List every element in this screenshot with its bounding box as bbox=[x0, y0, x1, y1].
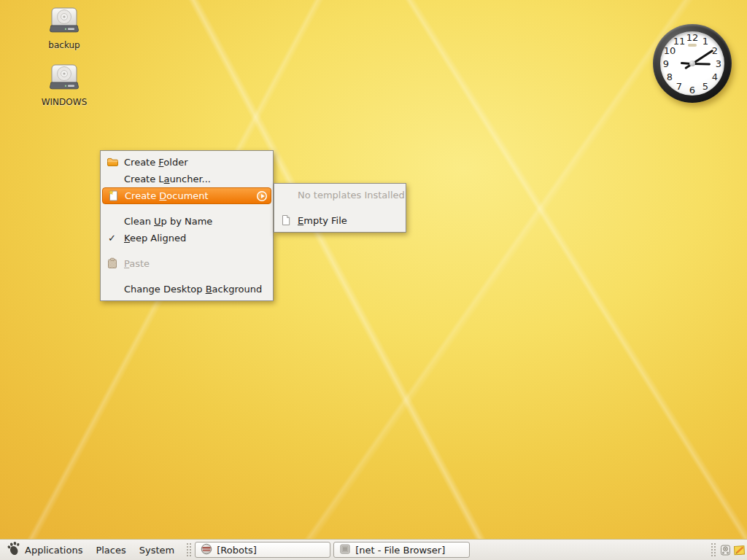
menu-item-label: Paste bbox=[124, 258, 150, 269]
desktop-icon-label: backup bbox=[34, 40, 95, 50]
taskbar-button-label: [net - File Browser] bbox=[355, 545, 445, 556]
hard-drive-icon bbox=[48, 7, 80, 38]
clock-number: 8 bbox=[667, 71, 673, 82]
menu-item-create-launcher[interactable]: Create Launcher... bbox=[101, 171, 273, 187]
clock-number: 1 bbox=[703, 36, 708, 47]
document-icon bbox=[280, 214, 292, 226]
clock-number: 7 bbox=[676, 81, 682, 92]
clock-number: 12 bbox=[686, 32, 699, 43]
menu-separator bbox=[274, 203, 406, 212]
menu-item-label: No templates Installed bbox=[298, 190, 405, 201]
menu-separator bbox=[101, 246, 273, 255]
applications-menu[interactable]: Applications bbox=[0, 540, 89, 560]
menu-item-no-templates: No templates Installed bbox=[274, 187, 406, 203]
new-document-icon bbox=[107, 190, 119, 201]
clock-number: 10 bbox=[664, 45, 676, 56]
analog-clock-widget[interactable]: 12 1 2 3 4 5 6 7 8 9 10 11 bbox=[653, 24, 732, 103]
applications-menu-label: Applications bbox=[25, 545, 82, 556]
menu-item-label: Clean Up by Name bbox=[124, 216, 212, 227]
menu-item-label: Create Folder bbox=[124, 157, 188, 168]
system-menu[interactable]: System bbox=[133, 540, 181, 560]
desktop-context-menu: Create Folder Create Launcher... Create … bbox=[100, 150, 274, 301]
menu-separator bbox=[101, 272, 273, 281]
sticky-notes-icon[interactable] bbox=[733, 544, 746, 556]
menu-item-label: Create Document bbox=[125, 190, 209, 201]
folder-icon bbox=[107, 156, 118, 168]
clock-number: 9 bbox=[663, 58, 669, 69]
menu-item-create-folder[interactable]: Create Folder bbox=[101, 154, 273, 171]
taskbar-button-file-browser[interactable]: [net - File Browser] bbox=[333, 542, 470, 558]
taskbar-button-label: [Robots] bbox=[217, 545, 257, 556]
menu-item-change-desktop-background[interactable]: Change Desktop Background bbox=[101, 281, 273, 298]
desktop-icon-backup[interactable]: backup bbox=[34, 7, 95, 50]
clock-number: 11 bbox=[673, 36, 686, 47]
bottom-panel: Applications Places System [Robots] bbox=[0, 539, 747, 560]
menu-item-clean-up-by-name[interactable]: Clean Up by Name bbox=[101, 213, 273, 230]
system-menu-label: System bbox=[139, 545, 174, 556]
submenu-arrow-icon bbox=[257, 191, 267, 201]
gnome-foot-icon bbox=[7, 542, 20, 558]
create-document-submenu: No templates Installed Empty File bbox=[274, 183, 406, 233]
paste-icon bbox=[107, 257, 118, 269]
desktop-icon-label: WINDOWS bbox=[34, 97, 95, 107]
tray-drag-handle[interactable] bbox=[710, 542, 716, 558]
menu-item-label: Empty File bbox=[298, 215, 347, 226]
desktop-icon-windows[interactable]: WINDOWS bbox=[34, 64, 95, 107]
panel-drag-handle[interactable] bbox=[185, 542, 191, 558]
checkmark-icon: ✓ bbox=[108, 230, 116, 246]
file-browser-icon bbox=[339, 543, 351, 557]
robots-icon bbox=[201, 543, 212, 557]
clock-logo bbox=[688, 44, 697, 47]
clock-number: 3 bbox=[716, 58, 721, 69]
menu-item-empty-file[interactable]: Empty File bbox=[274, 212, 406, 229]
hard-drive-icon bbox=[48, 64, 80, 95]
notification-area bbox=[708, 542, 747, 558]
taskbar-button-robots[interactable]: [Robots] bbox=[195, 542, 330, 558]
clock-number: 6 bbox=[689, 85, 695, 96]
clock-center-cap bbox=[689, 61, 695, 66]
volume-icon[interactable] bbox=[719, 544, 732, 556]
places-menu[interactable]: Places bbox=[89, 540, 132, 560]
clock-face: 12 1 2 3 4 5 6 7 8 9 10 11 bbox=[660, 31, 724, 96]
menu-item-label: Create Launcher... bbox=[124, 174, 211, 184]
clock-number: 4 bbox=[712, 71, 718, 82]
menu-item-create-document[interactable]: Create Document bbox=[102, 187, 271, 204]
clock-number: 5 bbox=[703, 81, 708, 92]
menu-item-keep-aligned[interactable]: ✓ Keep Aligned bbox=[101, 230, 273, 246]
menu-separator bbox=[101, 204, 273, 213]
places-menu-label: Places bbox=[96, 545, 125, 556]
menu-item-label: Keep Aligned bbox=[124, 233, 186, 244]
desktop-screen: backup WINDOWS 12 1 2 3 4 5 bbox=[0, 0, 747, 560]
menu-item-label: Change Desktop Background bbox=[124, 284, 262, 295]
menu-item-paste[interactable]: Paste bbox=[101, 255, 273, 272]
